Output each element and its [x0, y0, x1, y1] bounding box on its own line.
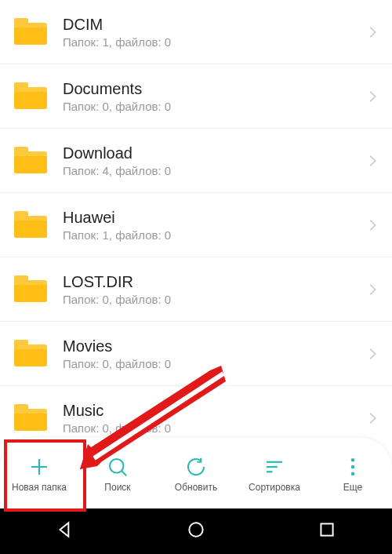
folder-name: Download: [63, 144, 364, 162]
toolbar-label: Обновить: [175, 482, 217, 493]
folder-row[interactable]: Documents Папок: 0, файлов: 0: [0, 64, 392, 129]
svg-point-11: [351, 465, 355, 469]
folder-name: Huawei: [63, 208, 364, 227]
folder-sub: Папок: 1, файлов: 0: [63, 228, 364, 242]
folder-name: Music: [63, 401, 364, 420]
folder-list: DCIM Папок: 1, файлов: 0 Documents Папок…: [0, 0, 392, 438]
chevron-right-icon: [364, 410, 381, 427]
nav-home-button[interactable]: [186, 519, 206, 543]
folder-name: Movies: [63, 337, 364, 355]
sort-button[interactable]: Сортировка: [235, 446, 314, 501]
toolbar-label: Сортировка: [249, 482, 300, 493]
folder-icon: [14, 82, 47, 111]
square-recent-icon: [317, 519, 337, 540]
chevron-right-icon: [364, 88, 381, 105]
folder-name: LOST.DIR: [63, 272, 364, 291]
folder-row[interactable]: Movies Папок: 0, файлов: 0: [0, 322, 392, 386]
chevron-right-icon: [364, 281, 381, 298]
refresh-icon: [184, 455, 208, 479]
search-icon: [106, 455, 129, 479]
folder-icon: [14, 211, 47, 239]
folder-name: DCIM: [63, 15, 364, 34]
folder-icon: [14, 340, 47, 368]
chevron-right-icon: [364, 217, 381, 234]
svg-point-10: [351, 458, 355, 462]
chevron-right-icon: [364, 24, 381, 41]
system-nav-bar: [0, 508, 392, 554]
folder-sub: Папок: 1, файлов: 0: [63, 35, 364, 49]
svg-rect-15: [321, 523, 332, 535]
plus-icon: [27, 455, 51, 479]
folder-icon: [14, 18, 47, 46]
svg-line-6: [122, 471, 126, 476]
folder-name: Documents: [63, 79, 364, 98]
toolbar-label: Поиск: [104, 482, 130, 493]
nav-back-button[interactable]: [55, 519, 75, 543]
nav-recent-button[interactable]: [317, 519, 337, 543]
folder-icon: [14, 275, 47, 304]
folder-sub: Папок: 0, файлов: 0: [63, 357, 364, 370]
chevron-right-icon: [364, 152, 381, 169]
svg-point-14: [189, 523, 202, 536]
search-button[interactable]: Поиск: [78, 446, 157, 501]
chevron-right-icon: [364, 345, 381, 363]
triangle-back-icon: [55, 519, 75, 540]
folder-row[interactable]: LOST.DIR Папок: 0, файлов: 0: [0, 257, 392, 322]
folder-row[interactable]: Download Папок: 4, файлов: 0: [0, 129, 392, 193]
new-folder-button[interactable]: Новая папка: [0, 446, 78, 501]
folder-row[interactable]: DCIM Папок: 1, файлов: 0: [0, 0, 392, 64]
toolbar-label: Новая папка: [12, 482, 67, 493]
folder-icon: [14, 404, 47, 432]
folder-sub: Папок: 4, файлов: 0: [63, 164, 364, 177]
folder-row[interactable]: Music Папок: 0, файлов: 0: [0, 386, 392, 438]
circle-home-icon: [186, 519, 206, 540]
refresh-button[interactable]: Обновить: [157, 446, 235, 501]
folder-row[interactable]: Huawei Папок: 1, файлов: 0: [0, 193, 392, 257]
svg-point-12: [351, 472, 355, 476]
folder-sub: Папок: 0, файлов: 0: [63, 100, 364, 113]
svg-point-5: [110, 459, 124, 473]
folder-sub: Папок: 0, файлов: 0: [63, 421, 364, 435]
bottom-toolbar: Новая папка Поиск Обновить Сортировка Ещ…: [0, 438, 392, 508]
more-vert-icon: [341, 455, 365, 479]
folder-icon: [14, 147, 47, 175]
toolbar-label: Еще: [343, 482, 362, 493]
more-button[interactable]: Еще: [314, 446, 392, 501]
sort-icon: [263, 455, 286, 479]
folder-sub: Папок: 0, файлов: 0: [63, 293, 364, 306]
svg-marker-13: [60, 523, 69, 536]
